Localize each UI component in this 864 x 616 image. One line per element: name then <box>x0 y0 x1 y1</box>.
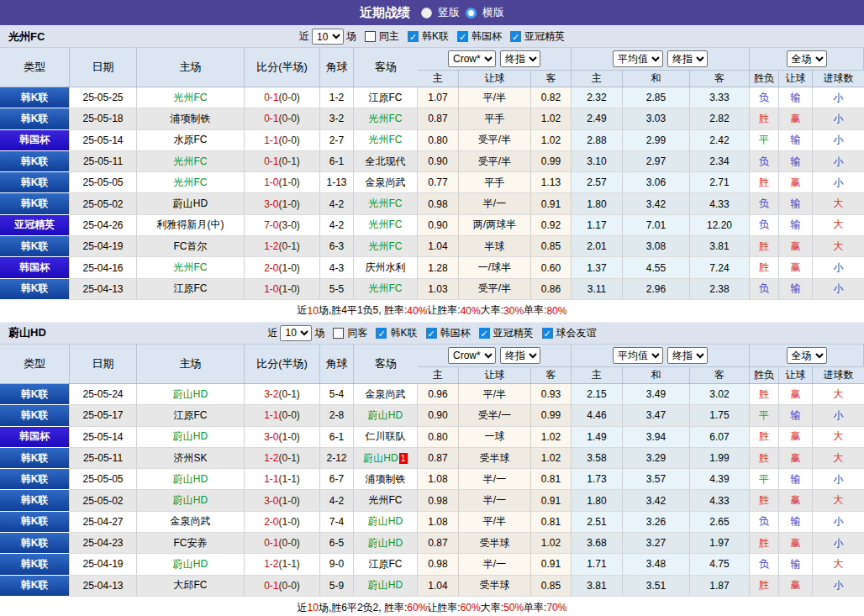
final-odds-select[interactable]: 终指 <box>500 50 540 67</box>
away-team-name: 庆州水利 <box>366 261 406 275</box>
full-time-score: 3-0 <box>264 198 278 210</box>
result-cell: 胜 <box>750 427 779 448</box>
odds-group-header-2: 全场 <box>750 345 864 367</box>
away-odds-cell: 0.60 <box>531 257 572 278</box>
date-cell: 25-04-19 <box>70 236 137 257</box>
avg-draw-cell: 7.01 <box>623 215 690 236</box>
sub-header-handicap-result: 让球 <box>779 367 813 383</box>
type-cell: 韩K联 <box>0 448 70 469</box>
handicap-result-cell: 赢 <box>779 448 813 469</box>
away-team: 蔚山HD <box>354 533 418 554</box>
result-cell: 胜 <box>750 448 779 469</box>
type-cell: 韩K联 <box>0 554 70 575</box>
result-cell: 胜 <box>750 384 779 405</box>
half-time-score: (0-0) <box>279 113 300 124</box>
corner-cell: 6-7 <box>320 469 354 490</box>
final-odds-select[interactable]: 终指 <box>500 347 540 364</box>
home-team: 水原FC <box>137 130 245 151</box>
away-team-name: 光州FC <box>369 133 403 147</box>
avg-home-cell: 3.81 <box>572 576 623 597</box>
type-cell: 韩国杯 <box>0 427 70 448</box>
column-header-1: 日期 <box>70 48 137 87</box>
checkbox-acl-elite[interactable]: ✓ <box>479 328 490 339</box>
away-odds-cell: 0.85 <box>531 576 572 597</box>
home-odds-cell: 0.77 <box>418 172 459 193</box>
odds-company-select[interactable]: Crow* <box>448 50 496 67</box>
date-cell: 25-05-14 <box>70 130 137 151</box>
radio-vertical-layout[interactable] <box>421 8 432 18</box>
checkbox-same-home[interactable]: ✓ <box>365 31 376 42</box>
away-team: 光州FC <box>354 236 418 257</box>
summary-label: 场,胜6平2负2, 胜率: <box>319 601 407 615</box>
score-cell: 0-1(0-0) <box>245 87 320 108</box>
near-label: 近 <box>267 326 277 340</box>
full-time-score: 0-1 <box>264 155 278 167</box>
goals-result-cell: 小 <box>813 151 864 172</box>
average-odds-select[interactable]: 平均值 <box>613 347 663 364</box>
result-cell: 平 <box>750 405 779 426</box>
goals-result-cell: 小 <box>813 469 864 490</box>
avg-away-cell: 2.65 <box>690 512 750 533</box>
away-odds-cell: 0.99 <box>531 151 572 172</box>
type-cell: 韩K联 <box>0 512 70 533</box>
match-row: 韩K联25-04-23FC安养0-1(0-0)6-5蔚山HD0.87受半球1.0… <box>0 533 864 554</box>
full-time-score: 0-1 <box>264 92 278 103</box>
home-odds-cell: 1.28 <box>418 257 459 278</box>
type-cell: 韩K联 <box>0 193 70 214</box>
score-cell: 1-0(1-0) <box>245 279 320 300</box>
avg-draw-cell: 3.47 <box>623 405 690 426</box>
radio-horizontal-layout[interactable] <box>466 8 477 18</box>
average-odds-select[interactable]: 平均值 <box>613 50 663 67</box>
sub-header-handicap-result: 让球 <box>779 71 813 87</box>
avg-away-cell: 1.97 <box>690 533 750 554</box>
corner-cell: 5-5 <box>320 279 354 300</box>
date-cell: 25-04-16 <box>70 257 137 278</box>
summary-label: 场,胜4平1负5, 胜率: <box>319 303 407 318</box>
recent-count-select[interactable]: 10 <box>312 29 344 45</box>
home-odds-cell: 0.90 <box>418 151 459 172</box>
checkbox-korea-cup[interactable]: ✓ <box>426 328 437 339</box>
half-time-score: (0-1) <box>279 388 300 400</box>
avg-home-cell: 2.32 <box>572 87 623 108</box>
goals-result-cell: 小 <box>813 172 864 193</box>
checkbox-k-league[interactable]: ✓ <box>408 31 419 42</box>
away-team: 光州FC <box>354 215 418 236</box>
checkbox-k-league[interactable]: ✓ <box>376 328 387 339</box>
corner-cell: 9-0 <box>320 554 354 575</box>
scope-select[interactable]: 全场 <box>787 50 827 67</box>
checkbox-club-friendly[interactable]: ✓ <box>542 328 553 339</box>
scope-select[interactable]: 全场 <box>787 347 827 364</box>
recent-count-select[interactable]: 10 <box>280 325 312 341</box>
half-time-score: (0-1) <box>279 155 300 167</box>
avg-home-cell: 3.10 <box>572 151 623 172</box>
checkbox-same-away[interactable]: ✓ <box>333 328 344 339</box>
odds-company-select[interactable]: Crow* <box>448 347 496 364</box>
avg-away-cell: 2.42 <box>690 130 750 151</box>
final-odds-select-2[interactable]: 终指 <box>667 347 708 364</box>
avg-draw-cell: 3.08 <box>623 236 690 257</box>
corner-cell: 2-12 <box>320 448 354 469</box>
type-cell: 亚冠精英 <box>0 215 70 236</box>
avg-away-cell: 4.33 <box>690 490 750 511</box>
match-row: 韩K联25-05-24蔚山HD3-2(0-1)5-4金泉尚武0.96平/半0.9… <box>0 384 864 405</box>
final-odds-select-2[interactable]: 终指 <box>667 50 708 67</box>
checkbox-korea-cup[interactable]: ✓ <box>457 31 468 42</box>
sub-header-home-odds: 主 <box>418 71 459 87</box>
home-team: 大邱FC <box>137 576 245 597</box>
result-cell: 胜 <box>750 236 779 257</box>
half-time-score: (3-0) <box>279 219 300 231</box>
handicap-cell: 受半球 <box>459 448 531 469</box>
sub-header-result: 胜负 <box>750 71 779 87</box>
handicap-cell: 半/一 <box>459 193 531 214</box>
goals-result-cell: 小 <box>813 279 864 300</box>
match-row: 韩国杯25-04-16光州FC2-0(1-0)4-3庆州水利1.28一/球半0.… <box>0 257 864 278</box>
sub-header-away-odds: 客 <box>531 367 572 383</box>
summary-label: 大率: <box>481 303 503 318</box>
checkbox-acl-elite[interactable]: ✓ <box>510 31 521 42</box>
avg-away-cell: 4.33 <box>690 193 750 214</box>
avg-home-cell: 2.49 <box>572 108 623 129</box>
away-team-name: 光州FC <box>369 240 403 254</box>
away-team-name: 光州FC <box>369 282 403 296</box>
avg-home-cell: 1.73 <box>572 469 623 490</box>
score-cell: 1-2(1-1) <box>245 554 320 575</box>
